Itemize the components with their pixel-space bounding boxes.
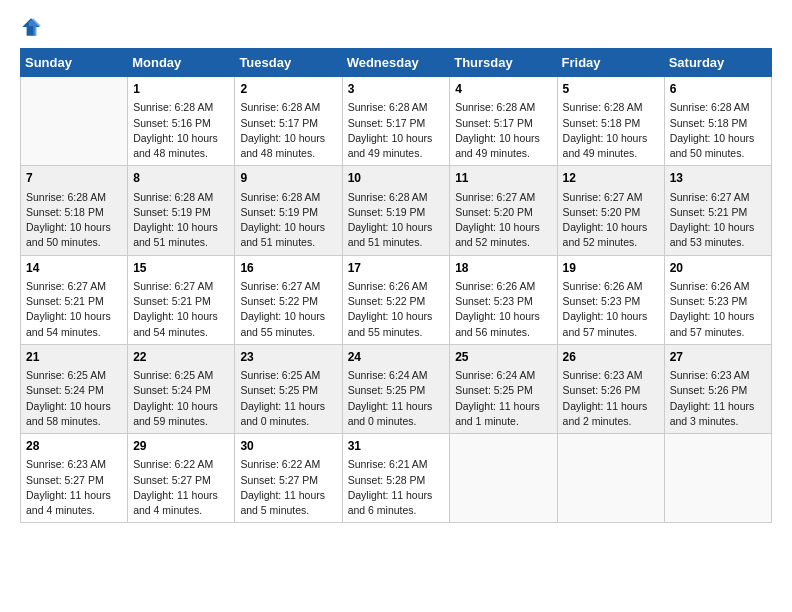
day-number: 28: [26, 438, 122, 455]
day-number: 9: [240, 170, 336, 187]
calendar-table: SundayMondayTuesdayWednesdayThursdayFrid…: [20, 48, 772, 523]
day-info: Sunrise: 6:26 AM Sunset: 5:23 PM Dayligh…: [563, 279, 659, 340]
day-info: Sunrise: 6:27 AM Sunset: 5:22 PM Dayligh…: [240, 279, 336, 340]
calendar-cell: 31Sunrise: 6:21 AM Sunset: 5:28 PM Dayli…: [342, 434, 450, 523]
day-number: 16: [240, 260, 336, 277]
calendar-cell: 5Sunrise: 6:28 AM Sunset: 5:18 PM Daylig…: [557, 77, 664, 166]
day-number: 4: [455, 81, 551, 98]
day-info: Sunrise: 6:26 AM Sunset: 5:23 PM Dayligh…: [670, 279, 766, 340]
calendar-week-row: 21Sunrise: 6:25 AM Sunset: 5:24 PM Dayli…: [21, 344, 772, 433]
day-number: 5: [563, 81, 659, 98]
day-number: 25: [455, 349, 551, 366]
weekday-header: Tuesday: [235, 49, 342, 77]
calendar-cell: 6Sunrise: 6:28 AM Sunset: 5:18 PM Daylig…: [664, 77, 771, 166]
day-number: 13: [670, 170, 766, 187]
calendar-cell: 9Sunrise: 6:28 AM Sunset: 5:19 PM Daylig…: [235, 166, 342, 255]
day-info: Sunrise: 6:28 AM Sunset: 5:19 PM Dayligh…: [133, 190, 229, 251]
calendar-week-row: 7Sunrise: 6:28 AM Sunset: 5:18 PM Daylig…: [21, 166, 772, 255]
weekday-header: Saturday: [664, 49, 771, 77]
day-info: Sunrise: 6:25 AM Sunset: 5:24 PM Dayligh…: [26, 368, 122, 429]
calendar-cell: [664, 434, 771, 523]
calendar-cell: 15Sunrise: 6:27 AM Sunset: 5:21 PM Dayli…: [128, 255, 235, 344]
day-info: Sunrise: 6:27 AM Sunset: 5:20 PM Dayligh…: [563, 190, 659, 251]
day-info: Sunrise: 6:22 AM Sunset: 5:27 PM Dayligh…: [133, 457, 229, 518]
day-number: 2: [240, 81, 336, 98]
calendar-cell: 26Sunrise: 6:23 AM Sunset: 5:26 PM Dayli…: [557, 344, 664, 433]
day-number: 11: [455, 170, 551, 187]
day-number: 20: [670, 260, 766, 277]
page-header: [20, 16, 772, 38]
day-info: Sunrise: 6:26 AM Sunset: 5:22 PM Dayligh…: [348, 279, 445, 340]
calendar-week-row: 28Sunrise: 6:23 AM Sunset: 5:27 PM Dayli…: [21, 434, 772, 523]
calendar-cell: 30Sunrise: 6:22 AM Sunset: 5:27 PM Dayli…: [235, 434, 342, 523]
day-number: 1: [133, 81, 229, 98]
calendar-cell: 25Sunrise: 6:24 AM Sunset: 5:25 PM Dayli…: [450, 344, 557, 433]
day-number: 15: [133, 260, 229, 277]
weekday-header: Thursday: [450, 49, 557, 77]
calendar-cell: 18Sunrise: 6:26 AM Sunset: 5:23 PM Dayli…: [450, 255, 557, 344]
calendar-cell: 28Sunrise: 6:23 AM Sunset: 5:27 PM Dayli…: [21, 434, 128, 523]
calendar-cell: 29Sunrise: 6:22 AM Sunset: 5:27 PM Dayli…: [128, 434, 235, 523]
day-info: Sunrise: 6:23 AM Sunset: 5:26 PM Dayligh…: [563, 368, 659, 429]
day-number: 14: [26, 260, 122, 277]
calendar-cell: 8Sunrise: 6:28 AM Sunset: 5:19 PM Daylig…: [128, 166, 235, 255]
day-number: 3: [348, 81, 445, 98]
calendar-cell: 11Sunrise: 6:27 AM Sunset: 5:20 PM Dayli…: [450, 166, 557, 255]
day-number: 10: [348, 170, 445, 187]
calendar-cell: 21Sunrise: 6:25 AM Sunset: 5:24 PM Dayli…: [21, 344, 128, 433]
logo: [20, 16, 46, 38]
day-info: Sunrise: 6:23 AM Sunset: 5:27 PM Dayligh…: [26, 457, 122, 518]
day-number: 26: [563, 349, 659, 366]
calendar-cell: [450, 434, 557, 523]
day-info: Sunrise: 6:25 AM Sunset: 5:24 PM Dayligh…: [133, 368, 229, 429]
calendar-cell: 4Sunrise: 6:28 AM Sunset: 5:17 PM Daylig…: [450, 77, 557, 166]
weekday-header: Sunday: [21, 49, 128, 77]
day-info: Sunrise: 6:28 AM Sunset: 5:17 PM Dayligh…: [348, 100, 445, 161]
calendar-cell: 20Sunrise: 6:26 AM Sunset: 5:23 PM Dayli…: [664, 255, 771, 344]
day-info: Sunrise: 6:28 AM Sunset: 5:18 PM Dayligh…: [563, 100, 659, 161]
logo-icon: [20, 16, 42, 38]
day-info: Sunrise: 6:28 AM Sunset: 5:17 PM Dayligh…: [455, 100, 551, 161]
calendar-cell: 14Sunrise: 6:27 AM Sunset: 5:21 PM Dayli…: [21, 255, 128, 344]
day-number: 27: [670, 349, 766, 366]
calendar-cell: 23Sunrise: 6:25 AM Sunset: 5:25 PM Dayli…: [235, 344, 342, 433]
day-number: 18: [455, 260, 551, 277]
day-number: 23: [240, 349, 336, 366]
day-info: Sunrise: 6:28 AM Sunset: 5:19 PM Dayligh…: [348, 190, 445, 251]
day-number: 6: [670, 81, 766, 98]
day-info: Sunrise: 6:21 AM Sunset: 5:28 PM Dayligh…: [348, 457, 445, 518]
day-info: Sunrise: 6:28 AM Sunset: 5:17 PM Dayligh…: [240, 100, 336, 161]
day-info: Sunrise: 6:28 AM Sunset: 5:19 PM Dayligh…: [240, 190, 336, 251]
day-info: Sunrise: 6:24 AM Sunset: 5:25 PM Dayligh…: [348, 368, 445, 429]
day-number: 7: [26, 170, 122, 187]
day-info: Sunrise: 6:25 AM Sunset: 5:25 PM Dayligh…: [240, 368, 336, 429]
calendar-cell: 22Sunrise: 6:25 AM Sunset: 5:24 PM Dayli…: [128, 344, 235, 433]
day-info: Sunrise: 6:26 AM Sunset: 5:23 PM Dayligh…: [455, 279, 551, 340]
calendar-cell: 17Sunrise: 6:26 AM Sunset: 5:22 PM Dayli…: [342, 255, 450, 344]
day-info: Sunrise: 6:28 AM Sunset: 5:18 PM Dayligh…: [26, 190, 122, 251]
calendar-cell: [557, 434, 664, 523]
weekday-header: Friday: [557, 49, 664, 77]
calendar-cell: 24Sunrise: 6:24 AM Sunset: 5:25 PM Dayli…: [342, 344, 450, 433]
day-info: Sunrise: 6:28 AM Sunset: 5:16 PM Dayligh…: [133, 100, 229, 161]
day-number: 29: [133, 438, 229, 455]
calendar-cell: 27Sunrise: 6:23 AM Sunset: 5:26 PM Dayli…: [664, 344, 771, 433]
calendar-cell: 19Sunrise: 6:26 AM Sunset: 5:23 PM Dayli…: [557, 255, 664, 344]
day-info: Sunrise: 6:27 AM Sunset: 5:21 PM Dayligh…: [670, 190, 766, 251]
day-number: 17: [348, 260, 445, 277]
calendar-week-row: 1Sunrise: 6:28 AM Sunset: 5:16 PM Daylig…: [21, 77, 772, 166]
day-number: 30: [240, 438, 336, 455]
day-info: Sunrise: 6:23 AM Sunset: 5:26 PM Dayligh…: [670, 368, 766, 429]
day-info: Sunrise: 6:27 AM Sunset: 5:21 PM Dayligh…: [133, 279, 229, 340]
day-number: 24: [348, 349, 445, 366]
calendar-cell: 2Sunrise: 6:28 AM Sunset: 5:17 PM Daylig…: [235, 77, 342, 166]
calendar-cell: 3Sunrise: 6:28 AM Sunset: 5:17 PM Daylig…: [342, 77, 450, 166]
calendar-header-row: SundayMondayTuesdayWednesdayThursdayFrid…: [21, 49, 772, 77]
calendar-week-row: 14Sunrise: 6:27 AM Sunset: 5:21 PM Dayli…: [21, 255, 772, 344]
calendar-cell: [21, 77, 128, 166]
weekday-header: Monday: [128, 49, 235, 77]
day-number: 8: [133, 170, 229, 187]
day-info: Sunrise: 6:22 AM Sunset: 5:27 PM Dayligh…: [240, 457, 336, 518]
day-number: 12: [563, 170, 659, 187]
calendar-cell: 16Sunrise: 6:27 AM Sunset: 5:22 PM Dayli…: [235, 255, 342, 344]
